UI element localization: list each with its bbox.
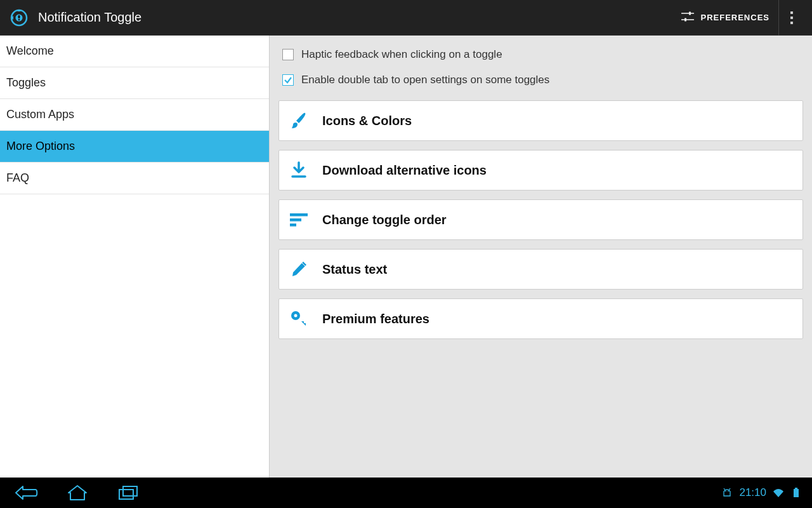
preferences-button[interactable]: PREFERENCES (672, 0, 779, 36)
key-icon (288, 308, 310, 330)
svg-point-17 (728, 491, 730, 492)
option-label: Icons & Colors (322, 114, 412, 128)
svg-point-13 (294, 314, 298, 318)
back-icon (14, 485, 39, 501)
svg-rect-18 (794, 489, 799, 497)
svg-point-16 (726, 491, 727, 492)
download-icon (288, 159, 310, 181)
check-row-doubletap[interactable]: Enable double tab to open settings on so… (278, 70, 803, 100)
sidebar-item-custom-apps[interactable]: Custom Apps (0, 99, 269, 131)
option-label: Download alternative icons (322, 163, 487, 178)
svg-point-3 (18, 18, 20, 20)
home-icon (67, 484, 88, 502)
overflow-menu-button[interactable] (779, 0, 804, 36)
sidebar-item-label: FAQ (6, 171, 29, 184)
app-title: Notification Toggle (38, 10, 141, 25)
svg-rect-14 (119, 490, 133, 499)
svg-rect-2 (18, 15, 20, 18)
option-icons-colors[interactable]: Icons & Colors (278, 100, 803, 141)
sliders-icon (681, 11, 694, 24)
svg-rect-6 (689, 12, 691, 15)
wifi-icon (773, 487, 784, 498)
option-download-icons[interactable]: Download alternative icons (278, 150, 803, 190)
nav-home-button[interactable] (63, 479, 91, 507)
option-label: Premium features (322, 312, 429, 326)
svg-rect-10 (290, 218, 301, 222)
svg-rect-9 (290, 213, 308, 217)
option-label: Status text (322, 262, 387, 277)
android-icon (721, 487, 733, 498)
more-vertical-icon (790, 11, 793, 24)
svg-rect-11 (290, 224, 296, 227)
brush-icon (288, 110, 310, 131)
option-premium[interactable]: Premium features (278, 298, 803, 339)
sidebar-item-more-options[interactable]: More Options (0, 131, 269, 163)
option-change-order[interactable]: Change toggle order (278, 199, 803, 240)
checkbox-doubletap[interactable] (282, 74, 294, 86)
battery-icon (790, 487, 802, 498)
preferences-label: PREFERENCES (700, 13, 769, 22)
sidebar: Welcome Toggles Custom Apps More Options… (0, 36, 270, 478)
check-row-haptic[interactable]: Haptic feedback when clicking on a toggl… (278, 44, 803, 70)
sidebar-item-welcome[interactable]: Welcome (0, 36, 269, 67)
sidebar-item-label: More Options (6, 140, 75, 152)
svg-rect-7 (684, 18, 686, 22)
action-bar: Notification Toggle PREFERENCES (0, 0, 812, 36)
option-label: Change toggle order (322, 213, 447, 227)
sidebar-item-faq[interactable]: FAQ (0, 163, 269, 194)
recents-icon (117, 485, 139, 501)
reorder-icon (288, 209, 310, 231)
nav-back-button[interactable] (13, 479, 41, 507)
main-area: Welcome Toggles Custom Apps More Options… (0, 36, 812, 478)
navigation-bar: 21:10 (0, 478, 812, 508)
status-time: 21:10 (739, 486, 766, 499)
sidebar-item-label: Custom Apps (6, 108, 74, 121)
content-pane: Haptic feedback when clicking on a toggl… (270, 36, 812, 478)
nav-recents-button[interactable] (114, 479, 142, 507)
checkbox-haptic[interactable] (282, 49, 294, 60)
option-status-text[interactable]: Status text (278, 249, 803, 290)
sidebar-item-label: Welcome (6, 44, 54, 57)
status-area: 21:10 (721, 486, 804, 499)
app-icon (8, 6, 30, 29)
svg-rect-15 (123, 486, 137, 496)
check-label: Haptic feedback when clicking on a toggl… (301, 48, 502, 61)
pencil-icon (288, 258, 310, 280)
sidebar-item-toggles[interactable]: Toggles (0, 67, 269, 99)
sidebar-item-label: Toggles (6, 76, 46, 89)
svg-rect-19 (795, 488, 797, 489)
check-label: Enable double tab to open settings on so… (301, 74, 549, 86)
